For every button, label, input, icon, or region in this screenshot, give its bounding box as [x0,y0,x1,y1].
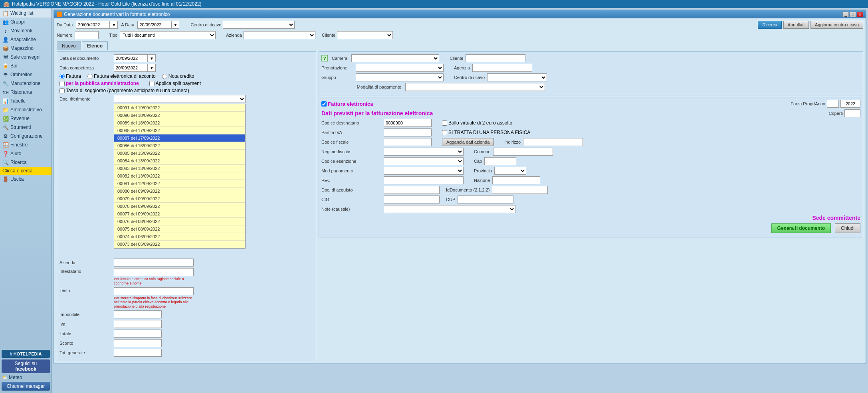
sidebar-item-magazzino[interactable]: 📦 Magazzino [0,44,52,53]
da-data-input[interactable] [76,21,110,29]
cliente-right-input[interactable] [466,54,525,62]
checkbox-split-input[interactable] [149,81,155,86]
tipo-select[interactable]: Tutti i documenti [120,31,216,39]
modal-maximize-button[interactable]: □ [850,12,856,17]
checkbox-pubblica[interactable]: per la pubblica amministrazione [59,81,139,86]
a-data-calendar-button[interactable]: ▼ [171,21,179,29]
da-data-calendar-button[interactable]: ▼ [110,21,118,29]
forza-progr-input[interactable] [827,100,839,108]
doc-riferimento-select[interactable] [114,95,246,103]
modal-minimize-button[interactable]: _ [842,12,849,17]
doc-acquisto-input[interactable] [384,186,440,194]
doc-item-0[interactable]: 00091 del 19/09/2022 [114,104,245,112]
numero-input[interactable] [75,31,99,39]
tot-generale-input[interactable] [114,349,162,357]
data-documento-input[interactable] [114,54,148,62]
channel-manager-button[interactable]: Channel manager [2,382,50,391]
indirizzo-input[interactable] [523,138,583,146]
doc-item-16[interactable]: 00075 del 08/09/2022 [114,225,245,233]
modalita-pagamento-select[interactable] [405,83,545,91]
ricerca-button[interactable]: Ricerca [758,21,781,29]
totale-input[interactable] [114,330,162,338]
codice-fiscale-input[interactable] [384,138,432,146]
mod-pagamento-select[interactable] [384,167,464,175]
doc-item-10[interactable]: 00081 del 12/09/2022 [114,180,245,188]
sidebar-item-sale-convegni[interactable]: 🏛 Sale convegni [0,53,52,61]
cig-input[interactable] [384,196,440,203]
doc-item-5[interactable]: 00086 del 16/09/2022 [114,142,245,150]
centro-ricavo-right-select[interactable] [487,73,547,81]
note-select[interactable] [384,205,515,213]
doc-item-18[interactable]: 00073 del 05/09/2022 [114,241,245,248]
bollo-checkbox[interactable]: Bollo virtuale di 2 euro assolto [442,120,512,126]
doc-item-7[interactable]: 00084 del 13/09/2022 [114,157,245,165]
sidebar-item-aiuto[interactable]: ❓ Aiuto [0,149,52,158]
doc-item-15[interactable]: 00076 del 08/09/2022 [114,218,245,225]
doc-item-2[interactable]: 00089 del 18/09/2022 [114,119,245,127]
radio-fattura-acconto[interactable]: Fattura elettronica di acconto [87,73,156,79]
doc-item-4[interactable]: 00087 del 17/09/2022 [114,134,245,142]
tab-nuovo[interactable]: Nuovo [57,41,81,50]
data-documento-calendar-button[interactable]: ▼ [148,54,156,62]
sconto-input[interactable] [114,339,162,347]
genera-documento-button[interactable]: Genera il documento [771,223,831,233]
clicca-cerca-button[interactable]: Clicca e cerca [0,167,52,175]
iva-input[interactable] [114,320,162,328]
codice-esenzione-select[interactable] [384,157,464,165]
modal-close-button[interactable]: ✕ [857,12,863,17]
sidebar-item-gruppi[interactable]: 👥 Gruppi [0,18,52,26]
doc-item-14[interactable]: 00077 del 09/09/2022 [114,210,245,218]
aggancia-btn[interactable]: Aggancia dati azienda [442,138,494,146]
doc-item-9[interactable]: 00082 del 13/09/2022 [114,172,245,180]
gruppo-select[interactable] [356,73,444,81]
sidebar-item-configurazione[interactable]: ⚙ Configurazione [0,132,52,140]
persona-fisica-input[interactable] [442,130,447,135]
sidebar-item-tabelle[interactable]: 📊 Tabelle [0,97,52,105]
sidebar-item-anagrafiche[interactable]: 👤 Anagrafiche [0,35,52,44]
cap-input[interactable] [484,157,516,165]
radio-acconto-input[interactable] [87,74,93,79]
radio-nota-credito[interactable]: Nota credito [162,73,194,79]
imponibile-input[interactable] [114,310,162,318]
doc-item-13[interactable]: 00078 del 09/09/2022 [114,203,245,210]
checkbox-pubblica-input[interactable] [59,81,65,86]
centro-ricavo-header-select[interactable] [223,21,295,29]
a-data-input[interactable] [137,21,171,29]
sidebar-item-revenue[interactable]: 💹 Revenue [0,114,52,123]
checkbox-split[interactable]: Applica split payment [149,81,201,86]
persona-fisica-checkbox[interactable]: SI TRATTA DI UNA PERSONA FISICA [442,130,530,135]
pec-input[interactable] [384,176,464,184]
doc-item-17[interactable]: 00074 del 06/09/2022 [114,233,245,241]
radio-nota-input[interactable] [162,74,167,79]
agenzia-input[interactable] [472,64,532,72]
facebook-button[interactable]: Seguici sufacebook [2,359,50,373]
meteo-button[interactable]: ⛅ Meteo [2,375,50,380]
partita-iva-input[interactable] [384,128,432,136]
bollo-checkbox-input[interactable] [442,120,447,126]
checkbox-tassa[interactable]: Tassa di soggiorno (pagamento anticipato… [59,88,189,93]
sidebar-item-strumenti[interactable]: 🔨 Strumenti [0,123,52,132]
coperti-input[interactable] [844,109,860,117]
sidebar-item-uscita[interactable]: 🚪 Uscita [0,175,52,184]
doc-item-6[interactable]: 00085 del 15/09/2022 [114,150,245,157]
sidebar-item-bar[interactable]: 🍺 Bar [0,61,52,70]
checkbox-tassa-input[interactable] [59,88,65,93]
comune-input[interactable] [493,148,553,156]
cliente-header-select[interactable] [337,31,393,39]
testo-input[interactable] [114,287,194,295]
id-documento-input[interactable] [492,186,548,194]
sidebar-item-amministrativo[interactable]: 📁 Amministrativo [0,105,52,114]
fe-checkbox[interactable]: Fattura elettronica [321,101,373,107]
tab-elenco[interactable]: Elenco [82,41,108,50]
data-competenza-input[interactable] [114,64,148,72]
doc-item-12[interactable]: 00079 del 09/09/2022 [114,195,245,203]
intestatario-input[interactable] [114,268,194,276]
sidebar-item-waiting-list[interactable]: 📋 Waiting list [0,9,52,18]
azienda-header-select[interactable] [244,31,315,39]
regime-fiscale-select[interactable] [384,148,464,156]
camera-question-button[interactable]: ? [321,55,328,61]
doc-list-dropdown[interactable]: 00091 del 19/09/2022 00090 del 18/09/202… [114,104,246,249]
radio-fattura[interactable]: Fattura [59,73,81,79]
azienda-input[interactable] [114,259,194,267]
fe-checkbox-input[interactable] [321,101,327,107]
